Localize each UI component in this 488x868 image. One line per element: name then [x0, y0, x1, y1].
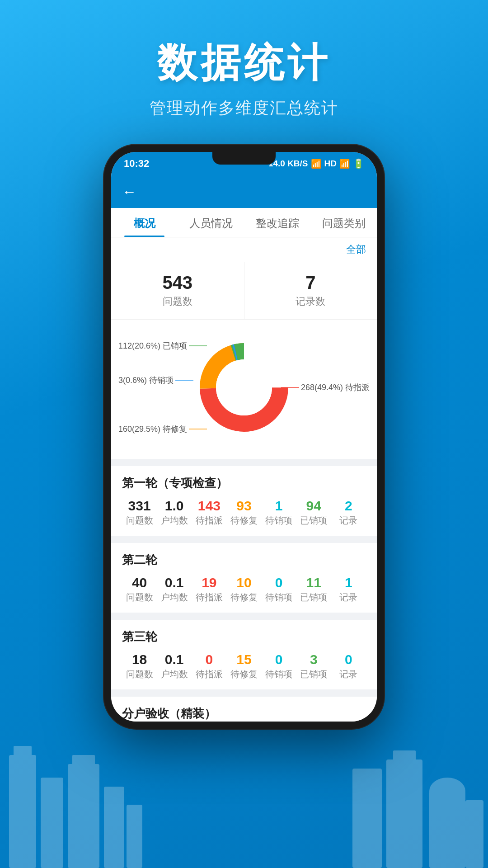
round-1-value-3: 10 — [236, 575, 251, 590]
record-count: 7 — [244, 273, 377, 293]
round-2-label-3: 待修复 — [230, 668, 258, 680]
round-1-data: 40问题数0.1户均数19待指派10待修复0待销项11已销项1记录 — [122, 575, 366, 604]
round-3: 分户验收（精装）119问题数0.4户均数96待指派19待修复0待销项4已销项3记… — [111, 697, 377, 722]
tab-personnel[interactable]: 人员情况 — [178, 208, 244, 237]
round-1-cell-3: 10待修复 — [226, 575, 261, 604]
round-2-value-4: 0 — [275, 652, 283, 667]
svg-rect-2 — [41, 778, 63, 868]
stat-records: 7 记录数 — [244, 262, 377, 319]
problem-count: 543 — [111, 273, 244, 293]
record-label: 记录数 — [244, 295, 377, 308]
phone-notch — [212, 152, 276, 165]
round-1-value-2: 19 — [202, 575, 216, 590]
svg-point-11 — [429, 778, 465, 805]
signal-icon: 📶 — [339, 159, 350, 169]
round-0-value-1: 1.0 — [165, 498, 184, 514]
round-0-value-2: 143 — [198, 498, 221, 514]
round-0-label-3: 待修复 — [230, 514, 258, 527]
round-2-cell-0: 18问题数 — [122, 652, 157, 680]
round-2: 第三轮18问题数0.1户均数0待指派15待修复0待销项3已销项0记录 — [111, 620, 377, 689]
round-2-label-4: 待销项 — [265, 668, 292, 680]
round-2-value-0: 18 — [132, 652, 147, 667]
svg-rect-10 — [429, 791, 465, 868]
svg-rect-8 — [386, 760, 422, 868]
svg-rect-13 — [465, 800, 483, 868]
round-1-value-4: 0 — [275, 575, 283, 590]
svg-rect-12 — [456, 787, 461, 805]
round-1-cell-1: 0.1户均数 — [157, 575, 192, 604]
round-0-label-6: 记录 — [339, 514, 357, 527]
svg-rect-0 — [9, 755, 36, 868]
svg-rect-7 — [352, 769, 382, 868]
time-display: 10:32 — [124, 158, 149, 170]
round-0-cell-2: 143待指派 — [192, 498, 226, 527]
round-1-cell-0: 40问题数 — [122, 575, 157, 604]
round-2-data: 18问题数0.1户均数0待指派15待修复0待销项3已销项0记录 — [122, 652, 366, 680]
round-2-cell-2: 0待指派 — [192, 652, 226, 680]
page-title: 数据统计 — [0, 36, 488, 90]
round-1-cell-6: 1记录 — [331, 575, 366, 604]
round-1-label-1: 户均数 — [161, 591, 188, 604]
round-1-title: 第二轮 — [122, 552, 366, 568]
round-0-cell-4: 1待销项 — [262, 498, 296, 527]
label-pending-cancel: 3(0.6%) 待销项 — [118, 375, 193, 386]
app-header: ← — [111, 175, 377, 208]
round-2-value-3: 15 — [236, 652, 251, 667]
round-2-label-5: 已销项 — [300, 668, 327, 680]
chart-area: 112(20.6%) 已销项 3(0.6%) 待销项 160(29.5%) 待修… — [111, 320, 377, 459]
round-0-cell-1: 1.0户均数 — [157, 498, 192, 527]
round-0-label-5: 已销项 — [300, 514, 327, 527]
filter-button[interactable]: 全部 — [346, 243, 366, 256]
filter-row: 全部 — [111, 237, 377, 262]
label-pending-assign: 268(49.4%) 待指派 — [281, 382, 370, 393]
round-2-cell-4: 0待销项 — [262, 652, 296, 680]
round-0-value-3: 93 — [236, 498, 251, 514]
content-area: 全部 543 问题数 7 记录数 — [111, 237, 377, 722]
round-0-label-4: 待销项 — [265, 514, 292, 527]
label-sold: 112(20.6%) 已销项 — [118, 340, 207, 351]
round-2-cell-1: 0.1户均数 — [157, 652, 192, 680]
round-1-value-0: 40 — [132, 575, 147, 590]
round-1: 第二轮40问题数0.1户均数19待指派10待修复0待销项11已销项1记录 — [111, 543, 377, 613]
tab-rectification[interactable]: 整改追踪 — [244, 208, 310, 237]
stats-summary: 543 问题数 7 记录数 — [111, 262, 377, 320]
round-1-label-3: 待修复 — [230, 591, 258, 604]
round-0-value-6: 2 — [345, 498, 352, 514]
label-pending-fix: 160(29.5%) 待修复 — [118, 424, 207, 434]
round-0-cell-0: 331问题数 — [122, 498, 157, 527]
round-0-label-2: 待指派 — [196, 514, 223, 527]
round-2-value-2: 0 — [206, 652, 213, 667]
round-2-title: 第三轮 — [122, 629, 366, 645]
round-2-cell-3: 15待修复 — [226, 652, 261, 680]
donut-chart — [194, 338, 294, 437]
back-button[interactable]: ← — [122, 184, 136, 200]
svg-rect-4 — [72, 755, 95, 769]
svg-rect-6 — [127, 805, 142, 868]
round-0-value-4: 1 — [275, 498, 283, 514]
round-2-label-2: 待指派 — [196, 668, 223, 680]
stat-problems: 543 问题数 — [111, 262, 244, 319]
round-2-cell-5: 3已销项 — [296, 652, 331, 680]
svg-rect-1 — [14, 746, 32, 760]
round-1-cell-5: 11已销项 — [296, 575, 331, 604]
svg-point-21 — [216, 359, 272, 415]
round-2-value-6: 0 — [345, 652, 352, 667]
round-1-value-1: 0.1 — [165, 575, 184, 590]
rounds-container: 第一轮（专项检查）331问题数1.0户均数143待指派93待修复1待销项94已销… — [111, 466, 377, 722]
tab-bar: 概况 人员情况 整改追踪 问题类别 — [111, 208, 377, 237]
round-1-label-2: 待指派 — [196, 591, 223, 604]
round-0-label-0: 问题数 — [126, 514, 153, 527]
round-2-label-0: 问题数 — [126, 668, 153, 680]
round-1-cell-2: 19待指派 — [192, 575, 226, 604]
round-1-value-6: 1 — [345, 575, 352, 590]
round-0-label-1: 户均数 — [161, 514, 188, 527]
tab-category[interactable]: 问题类别 — [310, 208, 377, 237]
round-3-title: 分户验收（精装） — [122, 706, 366, 722]
round-0-data: 331问题数1.0户均数143待指派93待修复1待销项94已销项2记录 — [122, 498, 366, 527]
round-1-label-4: 待销项 — [265, 591, 292, 604]
round-0: 第一轮（专项检查）331问题数1.0户均数143待指派93待修复1待销项94已销… — [111, 466, 377, 536]
page-subtitle: 管理动作多维度汇总统计 — [0, 97, 488, 119]
round-0-cell-6: 2记录 — [331, 498, 366, 527]
round-2-cell-6: 0记录 — [331, 652, 366, 680]
tab-overview[interactable]: 概况 — [111, 208, 178, 237]
